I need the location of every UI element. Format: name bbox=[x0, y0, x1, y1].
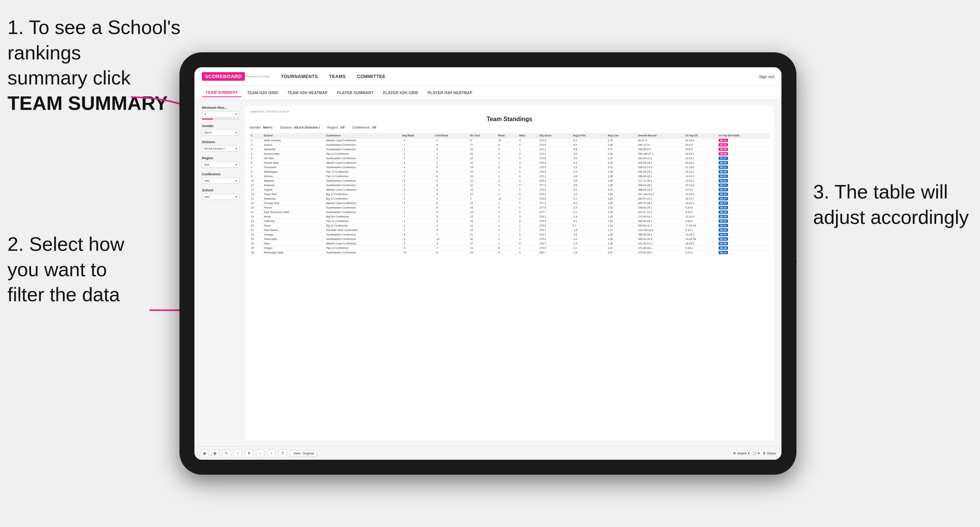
cell-wins: 0 bbox=[517, 183, 538, 187]
cell-avg-rank: - 2 bbox=[401, 174, 433, 179]
cell-adj-score: 276.3 bbox=[538, 187, 571, 192]
tab-player-summary[interactable]: PLAYER SUMMARY bbox=[333, 89, 377, 97]
cell-overall: 268-82-28-1 bbox=[636, 183, 684, 187]
col-adj-score: Adj Score bbox=[538, 133, 571, 138]
cell-adj-score: 279.3 bbox=[538, 237, 571, 241]
cell-vs-top25: 23-13-0 bbox=[684, 183, 717, 187]
filter-minimum-input[interactable]: 4 ▾ bbox=[202, 111, 239, 117]
cell-avg-low: 1.63 bbox=[606, 206, 636, 210]
toolbar-back-btn[interactable]: ◀ bbox=[200, 449, 208, 457]
tab-team-summary[interactable]: TEAM SUMMARY bbox=[202, 89, 242, 97]
toolbar-home-btn[interactable]: ⌂ bbox=[234, 449, 242, 457]
cell-rank: 17 bbox=[250, 210, 262, 214]
cell-wins: 1 bbox=[517, 246, 538, 251]
cell-avg-rank: - 9 bbox=[401, 237, 433, 241]
table-row: 15 Georgia Tech Atlantic Coast Conferenc… bbox=[250, 201, 770, 206]
toolbar-watch-btn[interactable]: 👁 Watch ▾ bbox=[733, 451, 750, 455]
toolbar-bookmark-btn[interactable]: ☆ bbox=[256, 449, 264, 457]
cell-school: Arkansas bbox=[262, 183, 325, 187]
cell-wins: 0 bbox=[517, 206, 538, 210]
cell-overall: 270-60-39-2 bbox=[636, 251, 684, 255]
cell-avg-low: 2.88 bbox=[606, 143, 636, 147]
filter-gender-input[interactable]: Men's ▾ bbox=[202, 129, 239, 136]
cell-rank: 1 bbox=[250, 138, 262, 143]
cell-vs-top25: 23-23-1 bbox=[684, 201, 717, 206]
score-badge: 80.34 bbox=[719, 215, 729, 218]
tab-player-h2h-grid[interactable]: PLAYER H2H GRID bbox=[379, 89, 422, 97]
cell-avg-rank: - 5 bbox=[401, 179, 433, 183]
cell-conference: Southeastern Conference bbox=[325, 165, 401, 170]
cell-rnds: 1 bbox=[497, 170, 518, 174]
cell-avg-rank: - 4 bbox=[401, 201, 433, 206]
score-badge: 80.47 bbox=[719, 202, 729, 205]
score-badge: 80.91 bbox=[719, 224, 729, 227]
cell-no-tour: 26 bbox=[468, 152, 496, 156]
table-row: 17 East Tennessee State Southeastern Con… bbox=[250, 210, 770, 214]
filter-school-input[interactable]: (All) ▾ bbox=[202, 194, 239, 200]
tab-team-h2h-heatmap[interactable]: TEAM H2H HEATMAP bbox=[284, 89, 331, 97]
toolbar-timer-btn[interactable]: ⏱ bbox=[278, 449, 287, 457]
cell-avg-low: 1.30 bbox=[606, 237, 636, 241]
cell-no-tour: 30 bbox=[468, 237, 496, 241]
filter-division-input[interactable]: NCAA Division I ▾ bbox=[202, 145, 239, 152]
tab-player-h2h-heatmap[interactable]: PLAYER H2H HEATMAP bbox=[424, 89, 476, 97]
filter-region-input[interactable]: N/A ▾ bbox=[202, 162, 239, 168]
cell-vs-top50: 80.21 bbox=[717, 174, 770, 179]
toolbar-action-btn[interactable]: ⬜ ▾ bbox=[752, 451, 760, 455]
score-badge: 85.98 bbox=[719, 152, 729, 156]
toolbar-share-action-btn[interactable]: ⬆ Share bbox=[763, 451, 776, 455]
cell-rnds: 3 bbox=[497, 228, 518, 232]
cell-no-tour: 24 bbox=[468, 228, 496, 232]
data-panel: Update time: 27/03/2024 16:56:26 Team St… bbox=[245, 106, 774, 441]
cell-adj-score: 279.2 bbox=[538, 232, 571, 237]
cell-conference: Pac-12 Conference bbox=[325, 174, 401, 179]
filter-gender-label: Gender bbox=[202, 124, 239, 128]
cell-rank: 13 bbox=[250, 192, 262, 197]
cell-vs-top50: 85.98 bbox=[717, 152, 770, 156]
nav-committee[interactable]: COMMITTEE bbox=[357, 72, 386, 81]
cell-no-tour: 27 bbox=[468, 241, 496, 246]
cell-conf-rank: - 1 bbox=[433, 138, 468, 143]
toolbar-view-btn[interactable]: View: Original bbox=[290, 450, 317, 457]
cell-avg-low: 1.90 bbox=[606, 183, 636, 187]
cell-conf-rank: - 1 bbox=[433, 152, 468, 156]
cell-no-tour: 9 bbox=[468, 138, 496, 143]
cell-avg-low: 1.55 bbox=[606, 210, 636, 214]
cell-conf-rank: - 9 bbox=[433, 147, 468, 152]
col-vs-top50: Vs Top 50 Points bbox=[717, 133, 770, 138]
cell-school: Alabama bbox=[262, 179, 325, 183]
nav-links: TOURNAMENTS TEAMS COMMITTEE bbox=[281, 72, 759, 81]
score-badge: 80.16 bbox=[719, 210, 729, 214]
cell-avg-par: -6.2 bbox=[571, 201, 606, 206]
logo-area: SCOREBOARD Powered by clippi bbox=[202, 72, 270, 81]
cell-vs-top25: 11-19-0 bbox=[684, 165, 717, 170]
tab-team-h2h-grid[interactable]: TEAM H2H GRID bbox=[243, 89, 282, 97]
toolbar-share-btn[interactable]: ⬆ bbox=[245, 449, 253, 457]
cell-adj-score: 274.1 bbox=[538, 147, 571, 152]
cell-adj-score: 276.9 bbox=[538, 165, 571, 170]
nav-teams[interactable]: TEAMS bbox=[329, 72, 346, 81]
cell-rnds: 2 bbox=[497, 219, 518, 224]
filter-minimum-slider[interactable] bbox=[202, 119, 239, 120]
cell-conf-rank: - 9 bbox=[433, 228, 468, 232]
cell-vs-top25: 17-9-0 bbox=[684, 187, 717, 192]
cell-adj-score: 278.7 bbox=[538, 228, 571, 232]
cell-avg-rank: - 7 bbox=[401, 206, 433, 210]
cell-conference: Atlantic Coast Conference bbox=[325, 187, 401, 192]
cell-rank: 15 bbox=[250, 201, 262, 206]
cell-rank: 19 bbox=[250, 219, 262, 224]
cell-wins: 0 bbox=[517, 219, 538, 224]
filter-conference-input[interactable]: (All) ▾ bbox=[202, 178, 239, 184]
cell-rnds: 1 bbox=[497, 214, 518, 219]
toolbar-add-btn[interactable]: ＋ bbox=[267, 449, 275, 457]
col-conf-rank: Conf Rank bbox=[433, 133, 468, 138]
sign-out-link[interactable]: Sign out bbox=[759, 75, 774, 79]
toolbar-refresh-btn[interactable]: ↻ bbox=[223, 449, 231, 457]
toolbar-forward-btn[interactable]: ▶ bbox=[211, 449, 220, 457]
cell-overall: 268-83-15-0 bbox=[636, 187, 684, 192]
col-rnds: Rnds bbox=[497, 133, 518, 138]
filter-bar-conference: Conference: All bbox=[352, 125, 376, 129]
nav-tournaments[interactable]: TOURNAMENTS bbox=[281, 72, 318, 81]
cell-rnds: 7 bbox=[497, 161, 518, 165]
table-row: 22 Georgia Southeastern Conference - 8 -… bbox=[250, 232, 770, 237]
